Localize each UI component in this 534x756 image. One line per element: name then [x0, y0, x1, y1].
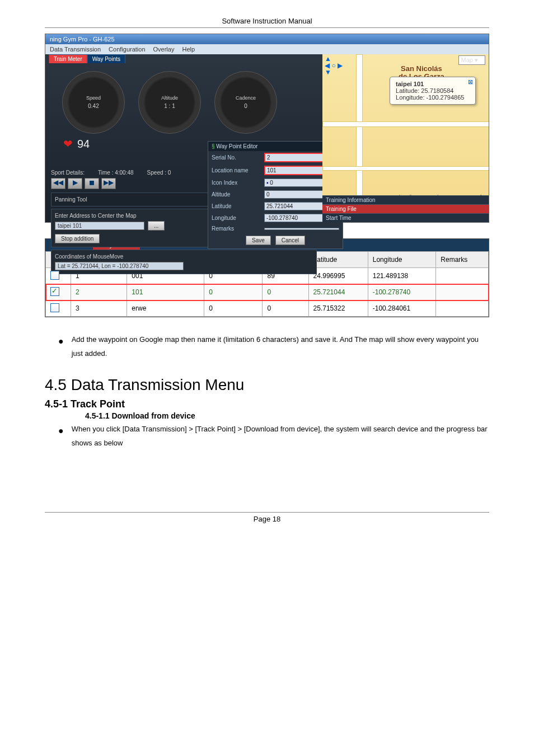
sport-details-time: Time : 4:00:48	[98, 170, 134, 176]
wp-serial-label: Serial No.	[212, 154, 261, 161]
app-titlebar: ning Gym Pro - GH-625	[45, 34, 489, 44]
table-row[interactable]: 21010025.721044-100.278740	[46, 284, 489, 300]
cell-location: 101	[127, 284, 204, 300]
menu-data-transmission[interactable]: Data Transmission	[50, 46, 101, 53]
wp-cancel-button[interactable]: Cancel	[275, 236, 305, 245]
cell-latitude: 24.996995	[308, 268, 368, 284]
play-forward-button[interactable]: ▶▶	[101, 178, 116, 189]
panel-training-information[interactable]: Training Information	[322, 195, 489, 204]
heart-rate-value: 94	[77, 138, 90, 151]
map-pan-control[interactable]: ▲◀ ○ ▶▼	[325, 55, 343, 76]
app-menubar: Data Transmission Configuration Overlay …	[45, 44, 489, 54]
app-map-pane[interactable]: Map ▾ ▲◀ ○ ▶▼ San Nicolás de Los Garza ⊠…	[322, 54, 489, 222]
header-rule	[45, 27, 489, 28]
tab-way-points[interactable]: Way Points	[87, 54, 125, 63]
stop-addition-button[interactable]: Stop addition	[55, 234, 100, 243]
center-map-go-button[interactable]: ...	[148, 221, 165, 231]
cell-remarks	[436, 268, 489, 284]
gauge-altitude-value: 1 : 1	[139, 103, 200, 109]
page-header: Software Instruction Manual	[0, 0, 534, 27]
wp-latitude-label: Latitude	[212, 203, 261, 209]
left-tabs: Train Meter Way Points	[49, 54, 125, 63]
map-type-dropdown[interactable]: Map ▾	[458, 55, 485, 65]
bullet-icon: ●	[58, 422, 64, 450]
heart-icon: ❤	[63, 137, 73, 151]
cell-longitude: 121.489138	[368, 268, 436, 284]
balloon-lon: Longitude: -100.2794865	[396, 94, 464, 101]
cell-longitude: -100.278740	[368, 284, 436, 300]
wp-longitude-label: Longitude	[212, 215, 261, 221]
panel-training-file[interactable]: Training File	[322, 204, 489, 213]
gauge-speed-value: 0.42	[63, 103, 124, 109]
gauge-speed: Speed 0.42	[62, 71, 125, 134]
col-latitude: Latitude	[308, 252, 368, 268]
mouse-coords-value: Lat = 25.721044, Lon = -100.278740	[55, 262, 184, 270]
paragraph-add-waypoint-text: Add the waypoint on Google map then name…	[72, 333, 489, 360]
cell-longitude: -100.284061	[368, 300, 436, 317]
cell-location: erwe	[127, 300, 204, 317]
gauge-altitude-label: Altitude	[139, 95, 200, 101]
cell-altitude: 0	[263, 284, 308, 300]
gauges-row: Speed 0.42 Altitude 1 : 1 Cadence 0	[62, 71, 317, 134]
cell-remarks	[436, 284, 489, 300]
heading-4-5: 4.5 Data Transmission Menu	[45, 376, 489, 394]
paragraph-add-waypoint: ● Add the waypoint on Google map then na…	[58, 333, 489, 360]
cell-remarks	[436, 300, 489, 317]
wp-icon-label: Icon Index	[212, 180, 261, 186]
app-screenshot: ning Gym Pro - GH-625 Data Transmission …	[45, 34, 489, 223]
paragraph-download-from-device: ● When you click [Data Transmission] > […	[58, 422, 489, 450]
cell-serial: 2	[71, 284, 127, 300]
balloon-lat: Latitude: 25.7180584	[396, 87, 464, 94]
waypoint-editor-icon: §	[212, 143, 215, 149]
app-left-pane: Train Meter Way Points Speed 0.42 Altitu…	[45, 54, 322, 222]
cell-altitude: 0	[263, 300, 308, 317]
mouse-coords-label: Coordinates of MouseMove	[55, 253, 313, 260]
page-content: ning Gym Pro - GH-625 Data Transmission …	[45, 34, 489, 450]
gauge-cadence: Cadence 0	[214, 71, 277, 134]
cell-icon: 0	[204, 284, 263, 300]
sport-details-speed: Speed : 0	[147, 170, 171, 176]
wp-save-button[interactable]: Save	[246, 236, 271, 245]
gauge-altitude: Altitude 1 : 1	[138, 71, 201, 134]
sport-details-label: Sport Details:	[51, 170, 85, 176]
col-remarks: Remarks	[436, 252, 489, 268]
gauge-cadence-label: Cadence	[215, 95, 277, 101]
play-rewind-button[interactable]: ◀◀	[51, 178, 65, 189]
play-stop-button[interactable]: ◼	[85, 178, 99, 189]
row-checkbox[interactable]	[50, 271, 59, 280]
table-row[interactable]: 3erwe0025.715322-100.284061	[46, 300, 489, 317]
panel-start-time: Start Time	[322, 213, 489, 222]
tab-train-meter[interactable]: Train Meter	[49, 54, 87, 63]
play-play-button[interactable]: ▶	[68, 178, 82, 189]
col-longitude: Longitude	[368, 252, 436, 268]
heading-4-5-1-1: 4.5-1.1 Download from device	[85, 411, 489, 420]
menu-help[interactable]: Help	[182, 46, 195, 53]
cell-icon: 0	[204, 300, 263, 317]
map-info-balloon: ⊠ taipei 101 Latitude: 25.7180584 Longit…	[390, 77, 476, 105]
gauge-speed-label: Speed	[63, 95, 124, 101]
menu-configuration[interactable]: Configuration	[109, 46, 145, 53]
cell-serial: 3	[71, 300, 127, 317]
wp-altitude-label: Altitude	[212, 191, 261, 198]
heading-4-5-1: 4.5-1 Track Point	[45, 398, 489, 410]
map-city-label-1: San Nicolás	[401, 64, 442, 73]
row-checkbox[interactable]	[50, 287, 59, 296]
wp-remarks-input[interactable]	[264, 228, 339, 230]
center-map-input[interactable]: taipei 101	[55, 222, 144, 230]
wp-location-label: Location name	[212, 167, 261, 173]
gauge-cadence-value: 0	[215, 103, 277, 109]
menu-overlay[interactable]: Overlay	[153, 46, 175, 53]
cell-latitude: 25.721044	[308, 284, 368, 300]
panning-tool-label: Panning Tool	[55, 196, 87, 203]
mouse-coords-panel: Coordinates of MouseMove Lat = 25.721044…	[51, 250, 317, 274]
wp-remarks-label: Remarks	[212, 226, 261, 232]
row-checkbox[interactable]	[50, 303, 59, 312]
waypoint-editor-title: Way Point Editor	[216, 143, 257, 149]
page-footer: Page 18	[45, 512, 489, 546]
bullet-icon: ●	[58, 333, 64, 360]
paragraph-download-from-device-text: When you click [Data Transmission] > [Tr…	[72, 422, 489, 450]
balloon-close-icon[interactable]: ⊠	[468, 78, 473, 86]
balloon-title: taipei 101	[396, 81, 464, 87]
cell-latitude: 25.715322	[308, 300, 368, 317]
